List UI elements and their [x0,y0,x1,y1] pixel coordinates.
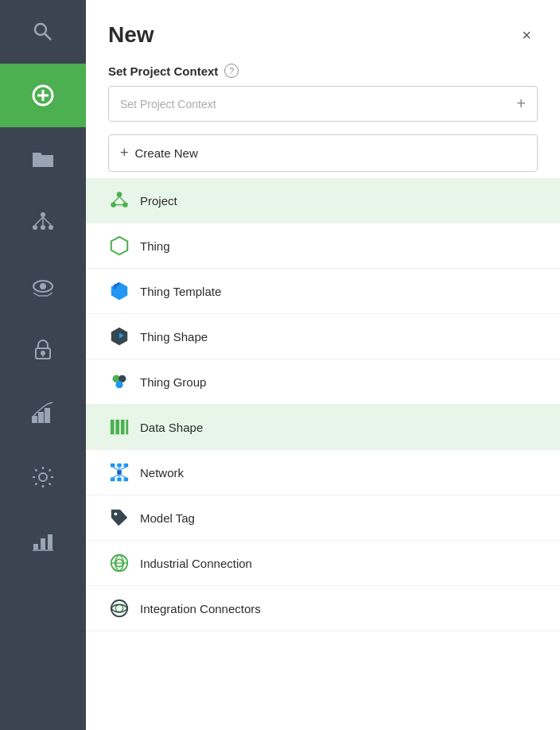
svg-line-32 [119,196,125,202]
list-item-thing-template[interactable]: Thing Template [86,269,560,314]
svg-line-11 [43,217,51,225]
svg-rect-52 [117,478,122,482]
svg-rect-53 [124,478,129,482]
help-icon[interactable]: ? [224,64,239,78]
svg-rect-26 [48,534,52,549]
svg-rect-50 [124,464,129,468]
svg-line-9 [35,217,43,225]
svg-point-43 [115,381,122,388]
model-tag-icon [108,507,130,529]
svg-rect-47 [126,420,128,435]
list-item-label: Thing Group [140,375,206,389]
svg-rect-45 [115,420,119,435]
close-button[interactable]: × [515,24,538,46]
svg-point-6 [33,225,37,230]
thing-group-icon [108,371,130,393]
svg-rect-44 [111,420,115,435]
sidebar-item-search[interactable] [0,0,86,64]
main-panel: New × Set Project Context ? Set Project … [86,0,560,730]
list-item-project[interactable]: Project [86,178,560,223]
list-item-label: Thing [140,239,170,253]
panel-header: New × [86,0,560,64]
list-item-label: Thing Shape [140,330,208,344]
svg-line-15 [48,293,52,296]
list-item-label: Model Tag [140,511,195,525]
create-new-button[interactable]: + Create New [108,134,538,172]
svg-rect-21 [39,413,43,422]
svg-rect-46 [121,420,125,435]
list-item-thing-shape[interactable]: Thing Shape [86,314,560,359]
thing-icon [108,235,130,257]
svg-point-5 [41,212,45,217]
list-item-thing-group[interactable]: Thing Group [86,359,560,405]
panel-title: New [108,22,154,48]
sidebar-item-monitor[interactable] [0,254,86,318]
sidebar-item-folder[interactable] [0,127,86,191]
svg-rect-54 [117,470,122,475]
list-item-thing[interactable]: Thing [86,223,560,269]
svg-point-18 [41,351,45,355]
sidebar-item-security[interactable] [0,318,86,382]
svg-point-61 [115,513,118,516]
section-label: Set Project Context ? [108,64,538,78]
svg-rect-20 [33,417,37,422]
thing-template-icon [108,280,130,302]
svg-point-0 [35,24,46,35]
thing-shape-icon [108,325,130,348]
list-item-label: Thing Template [140,285,221,298]
svg-point-8 [49,225,53,230]
svg-point-7 [41,225,45,230]
data-shape-icon [108,416,130,438]
list-item-label: Integration Connectors [140,602,261,615]
svg-marker-34 [111,237,127,254]
list-item-integration-connectors[interactable]: Integration Connectors [86,586,560,631]
project-icon [108,189,130,212]
sidebar-item-settings[interactable] [0,445,86,509]
context-placeholder: Set Project Context [120,98,216,111]
svg-line-60 [119,475,126,478]
items-list: Project Thing Thing Template [86,178,560,730]
list-item-model-tag[interactable]: Model Tag [86,495,560,541]
list-item-industrial-connection[interactable]: Industrial Connection [86,541,560,586]
list-item-label: Network [140,466,184,480]
svg-marker-35 [111,282,127,300]
network-icon [108,461,130,483]
svg-rect-22 [45,409,49,422]
list-item-label: Industrial Connection [140,557,252,570]
list-item-data-shape[interactable]: Data Shape [86,405,560,450]
svg-rect-25 [41,538,45,549]
svg-rect-48 [111,464,115,468]
svg-rect-51 [111,478,115,482]
svg-line-31 [114,196,119,202]
sidebar-item-add[interactable] [0,64,86,127]
svg-line-14 [33,293,38,296]
sidebar [0,0,86,730]
svg-rect-49 [117,464,122,468]
list-item-network[interactable]: Network [86,450,560,495]
context-input[interactable]: Set Project Context + [108,86,538,122]
svg-point-23 [39,473,47,481]
context-add-icon: + [516,95,526,113]
svg-line-58 [113,475,119,478]
list-item-label: Data Shape [140,421,203,434]
project-context-section: Set Project Context ? Set Project Contex… [86,64,560,134]
sidebar-item-network-hierarchy[interactable] [0,191,86,254]
svg-point-65 [111,600,127,616]
list-item-label: Project [140,194,177,208]
section-label-text: Set Project Context [108,64,218,78]
create-new-label: Create New [135,146,198,160]
svg-line-57 [119,468,126,471]
svg-line-1 [45,34,52,41]
create-new-plus-icon: + [120,145,129,161]
svg-rect-24 [33,544,38,549]
sidebar-item-reports[interactable] [0,509,86,573]
svg-point-28 [117,192,122,197]
svg-point-13 [41,284,45,289]
sidebar-item-analytics[interactable] [0,382,86,445]
svg-marker-37 [115,284,117,289]
industrial-connection-icon [108,552,130,574]
svg-point-66 [115,604,122,612]
integration-connectors-icon [108,597,130,619]
svg-line-55 [113,468,119,471]
